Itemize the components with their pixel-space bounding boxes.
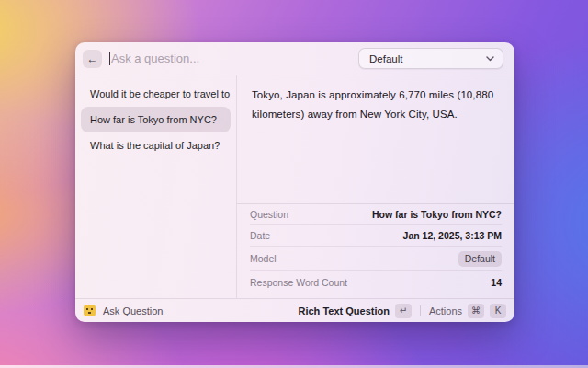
question-input-placeholder: Ask a question...: [111, 52, 199, 65]
metadata-value: Jan 12, 2025, 3:13 PM: [403, 230, 502, 241]
model-dropdown-value: Default: [369, 53, 402, 64]
detail-panel: Tokyo, Japan is approximately 6,770 mile…: [237, 75, 514, 298]
k-key-icon[interactable]: K: [490, 304, 506, 318]
metadata-value: 14: [491, 277, 502, 288]
ask-question-app-icon: [84, 305, 96, 316]
actions-menu-button[interactable]: Actions: [429, 305, 462, 316]
action-bar: Ask Question Rich Text Question ↵ Action…: [75, 298, 514, 322]
rich-text-question-action[interactable]: Rich Text Question: [299, 305, 390, 316]
question-list: Would it be cheaper to travel to Euro...…: [75, 75, 237, 298]
metadata-label: Date: [250, 230, 270, 241]
metadata-row-word-count: Response Word Count 14: [250, 271, 502, 293]
list-item-label: Would it be cheaper to travel to Euro...: [90, 88, 231, 99]
icon-face-eyes: [86, 308, 88, 310]
icon-face-mouth: [88, 312, 91, 314]
list-item-question-3[interactable]: What is the capital of Japan?: [81, 132, 231, 158]
top-bar: ← Ask a question... Default: [75, 42, 514, 75]
metadata-section: Question How far is Tokyo from NYC? Date…: [237, 203, 514, 298]
metadata-row-question: Question How far is Tokyo from NYC?: [250, 204, 502, 225]
metadata-value: How far is Tokyo from NYC?: [372, 209, 502, 220]
model-dropdown[interactable]: Default: [358, 48, 503, 69]
chevron-down-icon: [486, 56, 494, 62]
return-key-icon[interactable]: ↵: [395, 304, 412, 318]
metadata-label: Response Word Count: [250, 277, 347, 288]
list-item-question-2-selected[interactable]: How far is Tokyo from NYC?: [81, 107, 231, 132]
question-input[interactable]: Ask a question...: [109, 52, 358, 65]
app-label: Ask Question: [103, 305, 163, 316]
metadata-row-model: Model Default: [250, 247, 502, 271]
list-item-question-1[interactable]: Would it be cheaper to travel to Euro...: [81, 81, 231, 107]
footer-divider: [420, 305, 421, 316]
list-item-label: How far is Tokyo from NYC?: [90, 114, 217, 125]
back-button[interactable]: ←: [83, 50, 102, 68]
app-window: ← Ask a question... Default Would it be …: [75, 42, 514, 322]
model-badge: Default: [458, 251, 502, 267]
command-key-icon[interactable]: ⌘: [468, 304, 484, 318]
answer-text: Tokyo, Japan is approximately 6,770 mile…: [237, 75, 514, 203]
list-item-label: What is the capital of Japan?: [90, 140, 220, 151]
metadata-label: Model: [250, 253, 277, 264]
metadata-label: Question: [250, 209, 288, 220]
main-area: Would it be cheaper to travel to Euro...…: [75, 75, 514, 298]
metadata-row-date: Date Jan 12, 2025, 3:13 PM: [250, 225, 502, 247]
back-arrow-icon: ←: [87, 52, 98, 65]
text-caret: [109, 52, 110, 65]
